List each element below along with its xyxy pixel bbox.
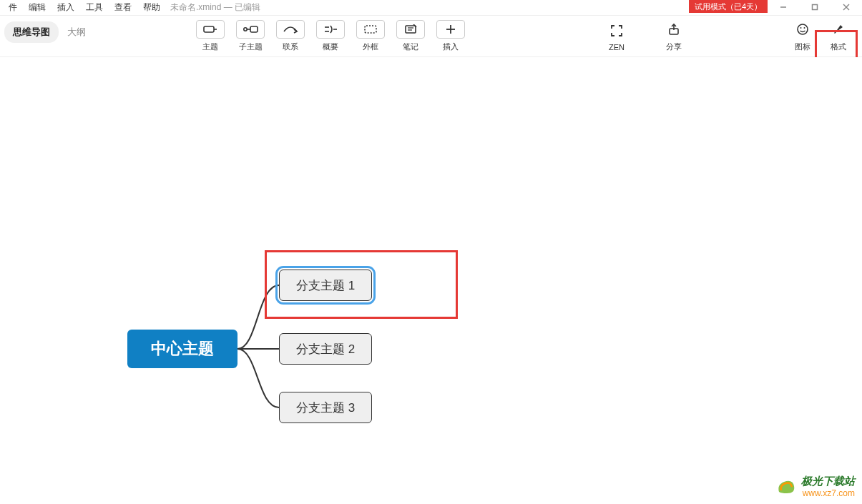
relationship-icon	[276, 20, 305, 39]
branch-topic-2-node[interactable]: 分支主题 2	[279, 333, 372, 365]
boundary-icon	[356, 20, 385, 39]
relationship-button[interactable]: 联系	[270, 20, 310, 52]
watermark: 极光下载站 www.xz7.com	[775, 475, 855, 498]
boundary-label: 外框	[363, 41, 378, 52]
subtopic-icon	[236, 20, 265, 39]
note-label: 笔记	[403, 41, 418, 52]
share-label: 分享	[666, 41, 682, 52]
relationship-label: 联系	[283, 41, 298, 52]
subtopic-label: 子主题	[239, 41, 263, 52]
zen-icon	[610, 21, 623, 40]
connector-lines	[0, 57, 862, 504]
trial-mode-badge: 试用模式（已4天）	[689, 0, 768, 13]
menu-help[interactable]: 帮助	[137, 1, 166, 14]
window-controls	[768, 0, 862, 14]
paintbrush-icon	[832, 20, 845, 39]
note-icon	[396, 20, 425, 39]
toolbar: 思维导图 大纲 主题 子主题 联系 概要	[0, 16, 862, 57]
menu-edit[interactable]: 编辑	[23, 1, 52, 14]
topic-label: 主题	[202, 41, 218, 52]
insert-button[interactable]: 插入	[431, 20, 471, 52]
watermark-title: 极光下载站	[801, 475, 855, 488]
menu-file[interactable]: 件	[3, 1, 23, 14]
insert-label: 插入	[443, 41, 459, 52]
maximize-icon	[811, 4, 818, 11]
subtopic-button[interactable]: 子主题	[230, 20, 270, 52]
plus-icon	[436, 20, 465, 39]
tab-mindmap[interactable]: 思维导图	[4, 21, 59, 43]
mindmap-canvas[interactable]: 中心主题 分支主题 1 分支主题 2 分支主题 3 极光下载站 www.xz7.…	[0, 57, 862, 504]
menu-bar: 件 编辑 插入 工具 查看 帮助 未命名.xmind — 已编辑 试用模式（已4…	[0, 0, 862, 16]
share-icon	[667, 20, 680, 39]
summary-button[interactable]: 概要	[310, 20, 351, 52]
share-button[interactable]: 分享	[656, 20, 692, 52]
boundary-button[interactable]: 外框	[351, 20, 391, 52]
tool-button-group: 主题 子主题 联系 概要 外框	[186, 16, 471, 56]
window-close-button[interactable]	[831, 0, 862, 14]
note-button[interactable]: 笔记	[391, 20, 431, 52]
summary-icon	[316, 20, 345, 39]
menu-view[interactable]: 查看	[109, 1, 137, 14]
format-label: 格式	[831, 41, 846, 52]
icons-button[interactable]: 图标	[785, 20, 821, 52]
svg-point-6	[244, 28, 247, 31]
document-title: 未命名.xmind — 已编辑	[170, 1, 260, 14]
tab-outline[interactable]: 大纲	[59, 21, 94, 43]
menu-insert[interactable]: 插入	[52, 1, 80, 14]
svg-rect-4	[204, 26, 214, 32]
zen-label: ZEN	[609, 43, 625, 51]
svg-rect-1	[813, 5, 818, 10]
svg-point-21	[798, 24, 808, 34]
icons-label: 图标	[795, 41, 810, 52]
window-maximize-button[interactable]	[799, 0, 831, 14]
topic-icon	[196, 20, 225, 39]
view-tabs: 思维导图 大纲	[0, 16, 186, 56]
menu-tools[interactable]: 工具	[80, 1, 109, 14]
right-tool-group: ZEN 分享 图标 格式	[599, 16, 862, 56]
minimize-icon	[780, 4, 787, 11]
watermark-logo-icon	[775, 476, 797, 498]
branch-topic-1-node[interactable]: 分支主题 1	[279, 270, 372, 301]
format-button[interactable]: 格式	[821, 20, 856, 52]
branch-topic-3-node[interactable]: 分支主题 3	[279, 392, 372, 423]
svg-point-22	[800, 27, 802, 29]
svg-rect-8	[250, 26, 258, 32]
watermark-url: www.xz7.com	[801, 488, 855, 498]
close-icon	[843, 4, 850, 11]
svg-rect-12	[365, 26, 376, 33]
smiley-icon	[796, 20, 809, 39]
summary-label: 概要	[323, 41, 338, 52]
svg-rect-13	[406, 26, 416, 33]
window-minimize-button[interactable]	[768, 0, 799, 14]
topic-button[interactable]: 主题	[190, 20, 230, 52]
zen-button[interactable]: ZEN	[599, 21, 635, 51]
svg-point-23	[804, 27, 805, 29]
central-topic-node[interactable]: 中心主题	[127, 330, 237, 368]
